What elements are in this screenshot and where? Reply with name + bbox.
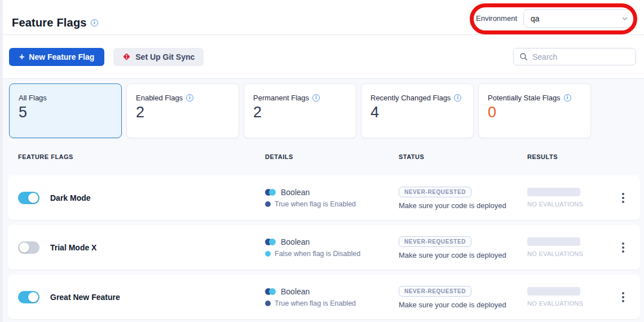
evaluations-text: NO EVALUATIONS <box>527 201 606 208</box>
stat-card-potentially-stale-flags[interactable]: Potentially Stale Flags i 0 <box>478 83 591 138</box>
row-menu-button[interactable] <box>619 239 628 256</box>
evaluations-text: NO EVALUATIONS <box>527 300 606 307</box>
status-text: Make sure your code is deployed <box>399 301 527 309</box>
evaluations-bar <box>527 237 580 246</box>
status-text: Make sure your code is deployed <box>399 201 527 210</box>
flag-type: Boolean <box>281 237 310 246</box>
status-badge: NEVER-REQUESTED <box>399 187 471 197</box>
stat-label: All Flags <box>19 94 47 102</box>
new-feature-flag-button[interactable]: + New Feature Flag <box>9 48 104 66</box>
stat-card-recently-changed-flags[interactable]: Recently Changed Flags i 4 <box>361 83 474 138</box>
info-icon[interactable]: i <box>186 94 193 102</box>
search-icon <box>519 52 528 61</box>
boolean-type-icon <box>265 189 276 196</box>
flag-toggle[interactable] <box>18 291 39 303</box>
column-header-details: DETAILS <box>265 153 399 160</box>
flag-rows: Dark Mode Boolean True when flag is Enab… <box>8 175 644 319</box>
variation-text: True when flag is Enabled <box>275 200 356 208</box>
column-header-feature-flags: FEATURE FLAGS <box>18 153 265 160</box>
stat-card-permanent-flags[interactable]: Permanent Flags i 2 <box>244 83 356 138</box>
info-icon[interactable]: i <box>564 94 571 102</box>
status-badge: NEVER-REQUESTED <box>399 286 471 297</box>
toolbar: + New Feature Flag Set Up Git Sync <box>0 35 644 79</box>
flag-type: Boolean <box>281 188 310 197</box>
plus-icon: + <box>19 52 24 61</box>
flag-toggle[interactable] <box>18 192 39 204</box>
evaluations-text: NO EVALUATIONS <box>527 250 606 257</box>
git-sync-label: Set Up Git Sync <box>135 52 195 61</box>
page-title: Feature Flags <box>12 16 87 29</box>
table-row[interactable]: Trial Mode X Boolean False when flag is … <box>8 225 640 270</box>
variation-dot-icon <box>265 201 271 207</box>
new-feature-flag-label: New Feature Flag <box>29 52 94 61</box>
search-box <box>513 48 636 65</box>
variation-dot-icon <box>265 251 271 257</box>
stat-value: 2 <box>253 104 347 121</box>
flag-name[interactable]: Trial Mode X <box>50 243 96 252</box>
git-sync-button[interactable]: Set Up Git Sync <box>113 48 204 66</box>
variation-text: True when flag is Enabled <box>275 299 356 307</box>
search-input[interactable] <box>532 52 630 61</box>
row-menu-button[interactable] <box>619 289 628 306</box>
evaluations-bar <box>527 287 580 295</box>
flag-type: Boolean <box>281 287 310 296</box>
stat-card-all-flags[interactable]: All Flags 5 <box>9 83 122 138</box>
status-text: Make sure your code is deployed <box>399 251 527 259</box>
flag-name[interactable]: Great New Feature <box>50 293 120 302</box>
info-icon[interactable]: i <box>312 94 320 102</box>
stat-card-enabled-flags[interactable]: Enabled Flags i 2 <box>126 83 239 138</box>
table-row[interactable]: Great New Feature Boolean True when flag… <box>8 275 640 319</box>
title-wrap: Feature Flags i <box>12 16 98 29</box>
stat-label: Potentially Stale Flags <box>488 94 561 102</box>
environment-selected-value: qa <box>531 14 540 23</box>
stat-label: Enabled Flags <box>136 94 183 102</box>
variation-text: False when flag is Disabled <box>275 250 360 258</box>
stat-value: 0 <box>488 104 581 121</box>
title-info-icon[interactable]: i <box>91 19 98 27</box>
left-edge-strip <box>0 0 3 322</box>
stat-value: 5 <box>19 104 112 121</box>
table-row[interactable]: Dark Mode Boolean True when flag is Enab… <box>8 175 640 220</box>
flag-toggle[interactable] <box>18 241 39 254</box>
boolean-type-icon <box>265 239 276 245</box>
boolean-type-icon <box>265 288 276 295</box>
stats-row: All Flags 5 Enabled Flags i 2 Permanent … <box>9 83 644 138</box>
row-menu-button[interactable] <box>619 189 628 206</box>
evaluations-bar <box>527 188 580 196</box>
status-badge: NEVER-REQUESTED <box>399 236 471 247</box>
environment-control: Environment qa <box>476 9 636 28</box>
info-icon[interactable]: i <box>454 94 461 102</box>
stat-value: 4 <box>370 104 464 121</box>
flag-name[interactable]: Dark Mode <box>50 193 91 202</box>
stat-label: Recently Changed Flags <box>370 94 451 102</box>
table-header: FEATURE FLAGS DETAILS STATUS RESULTS <box>0 138 644 175</box>
git-icon <box>122 52 131 61</box>
chevron-down-icon <box>621 15 629 23</box>
column-header-results: RESULTS <box>527 153 644 160</box>
page-header: Feature Flags i Environment qa <box>0 0 644 35</box>
stat-value: 2 <box>136 104 230 121</box>
variation-dot-icon <box>265 301 271 306</box>
environment-select[interactable]: qa <box>523 9 636 28</box>
environment-label: Environment <box>476 14 517 23</box>
stat-label: Permanent Flags <box>253 94 309 102</box>
column-header-status: STATUS <box>399 153 527 160</box>
feature-flags-page: Feature Flags i Environment qa + New Fea… <box>0 0 644 322</box>
